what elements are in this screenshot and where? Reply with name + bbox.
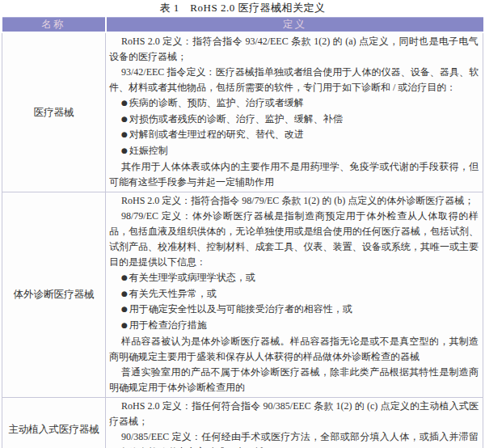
bullet-icon: ● <box>121 270 128 285</box>
bullet-icon: ● <box>121 286 128 302</box>
definition-paragraph: RoHS 2.0 定义：指任何符合指令 90/385/EEC 条款 1(2) 的… <box>109 399 479 429</box>
definition-paragraph: 98/79/EC 定义：体外诊断医疗器械是指制造商预定用于体外检查从人体取得的样… <box>109 209 479 270</box>
definition-bullet-item: ●对损伤或者残疾的诊断、治疗、监护、缓解、补偿 <box>109 112 479 128</box>
definitions-table: 名称 定义 医疗器械 RoHS 2.0 定义：指符合指令 93/42/EEC 条… <box>2 17 483 448</box>
row-name-ivd-devices: 体外诊断医疗器械 <box>2 192 106 398</box>
definition-bullet-item: ●妊娠控制 <box>109 143 479 159</box>
bullet-icon: ● <box>121 302 128 317</box>
bullet-icon: ● <box>121 318 128 333</box>
bullet-text: 用于检查治疗措施 <box>129 319 207 331</box>
table-row-ivd-devices: 体外诊断医疗器械 RoHS 2.0 定义：指符合指令 98/79/EC 条款 1… <box>2 192 483 398</box>
row-name-active-implantable-devices: 主动植入式医疗器械 <box>2 397 106 448</box>
definition-bullet-item: ●对解剖或者生理过程的研究、替代、改进 <box>109 127 479 143</box>
definition-bullet-item: ●疾病的诊断、预防、监护、治疗或者缓解 <box>109 95 479 112</box>
bullet-text: 对解剖或者生理过程的研究、替代、改进 <box>129 129 304 140</box>
bullet-text: 有关先天性异常，或 <box>129 288 217 299</box>
definition-bullet-item: ●用于检查治疗措施 <box>109 318 479 334</box>
row-definition-active-implantable-devices: RoHS 2.0 定义：指任何符合指令 90/385/EEC 条款 1(2) 的… <box>106 397 483 448</box>
bullet-text: 对损伤或者残疾的诊断、治疗、监护、缓解、补偿 <box>129 113 343 125</box>
definition-paragraph: 普通实验室用的产品不属于体外诊断医疗器械，除非此类产品根据其特性是制造商明确规定… <box>109 365 479 395</box>
header-row: 名称 定义 <box>2 17 483 32</box>
bullet-icon: ● <box>121 127 128 142</box>
definition-paragraph: 93/42/EEC 指令定义：医疗器械指单独或者组合使用于人体的仪器、设备、器具… <box>109 65 479 95</box>
row-definition-ivd-devices: RoHS 2.0 定义：指符合指令 98/79/EC 条款 1(2) 的 (b)… <box>106 192 483 398</box>
definition-paragraph: 90/385/EEC 定义：任何经由手术或医疗方法，全部或部分填入人体，或插入并… <box>109 429 479 448</box>
definition-paragraph: RoHS 2.0 定义：指符合指令 93/42/EEC 条款 1(2) 的 (a… <box>109 34 479 65</box>
definition-paragraph: 其作用于人体体表或体内的主要作用不是用药理学、免疫学或代谢的手段获得，但可能有这… <box>109 159 479 190</box>
row-name-medical-devices: 医疗器械 <box>2 32 106 192</box>
bullet-icon: ● <box>121 143 128 158</box>
table-row-medical-devices: 医疗器械 RoHS 2.0 定义：指符合指令 93/42/EEC 条款 1(2)… <box>2 32 483 192</box>
table-row-active-implantable-devices: 主动植入式医疗器械 RoHS 2.0 定义：指任何符合指令 90/385/EEC… <box>2 397 483 448</box>
column-header-name: 名称 <box>2 17 106 32</box>
row-definition-medical-devices: RoHS 2.0 定义：指符合指令 93/42/EEC 条款 1(2) 的 (a… <box>106 32 483 192</box>
bullet-text: 妊娠控制 <box>129 145 168 156</box>
definition-paragraph: RoHS 2.0 定义：指符合指令 98/79/EC 条款 1(2) 的 (b)… <box>109 193 479 209</box>
bullet-icon: ● <box>121 112 128 127</box>
definition-paragraph: 样品容器被认为是体外诊断医疗器械。样品容器指无论是或不是真空型的，其制造商明确规… <box>109 334 479 365</box>
definition-bullet-item: ●有关生理学或病理学状态，或 <box>109 270 479 286</box>
bullet-text: 用于确定安全性以及与可能接受治疗者的相容性，或 <box>129 303 352 315</box>
definition-bullet-item: ●有关先天性异常，或 <box>109 286 479 302</box>
page-title: 表 1 RoHS 2.0 医疗器械相关定义 <box>0 0 485 17</box>
bullet-icon: ● <box>121 95 128 111</box>
definition-bullet-item: ●用于确定安全性以及与可能接受治疗者的相容性，或 <box>109 302 479 318</box>
bullet-text: 有关生理学或病理学状态，或 <box>129 272 255 283</box>
column-header-definition: 定义 <box>106 17 483 32</box>
bullet-text: 疾病的诊断、预防、监护、治疗或者缓解 <box>129 97 304 108</box>
